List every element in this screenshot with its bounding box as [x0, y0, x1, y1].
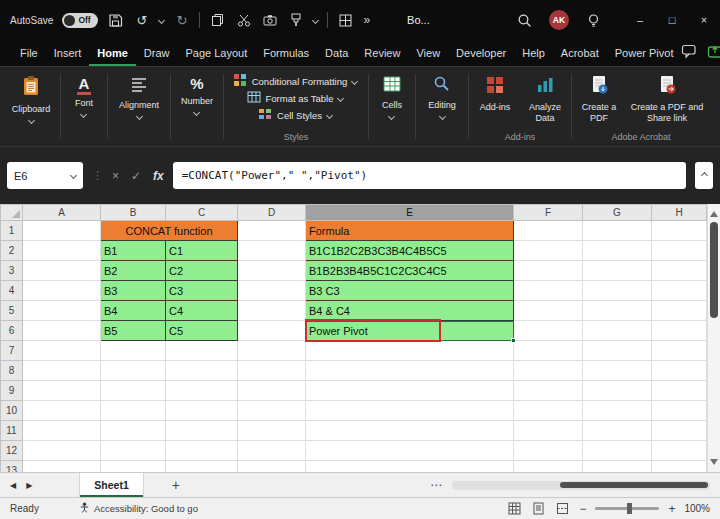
alignment-button[interactable]: Alignment — [119, 67, 159, 119]
column-header-H[interactable]: H — [652, 205, 707, 221]
cell[interactable] — [238, 421, 306, 441]
row-header-6[interactable]: 6 — [1, 321, 23, 341]
cell-H1[interactable] — [652, 221, 707, 241]
cell[interactable] — [514, 421, 583, 441]
save-icon[interactable] — [107, 12, 124, 29]
row-header-4[interactable]: 4 — [1, 281, 23, 301]
cell[interactable] — [514, 461, 583, 473]
cell[interactable] — [583, 401, 652, 421]
editing-button[interactable]: Editing — [428, 67, 456, 119]
minimize-button[interactable]: – — [624, 0, 656, 40]
tab-insert[interactable]: Insert — [46, 40, 90, 66]
cell[interactable] — [306, 441, 514, 461]
row-header-8[interactable]: 8 — [1, 361, 23, 381]
chevron-down-icon[interactable] — [312, 16, 319, 23]
cell[interactable] — [23, 361, 101, 381]
cell[interactable] — [238, 401, 306, 421]
cell[interactable] — [238, 341, 306, 361]
cell[interactable] — [514, 441, 583, 461]
select-all-button[interactable] — [1, 205, 23, 221]
cell-A5[interactable] — [23, 301, 101, 321]
create-pdf-share-button[interactable]: Create a PDF and Share link — [625, 67, 709, 124]
tab-acrobat[interactable]: Acrobat — [553, 40, 607, 66]
page-break-view-icon[interactable] — [555, 501, 570, 516]
cell[interactable] — [514, 341, 583, 361]
cell-B4[interactable]: B3 — [101, 281, 166, 301]
next-sheet-icon[interactable]: ▶ — [21, 481, 37, 490]
conditional-formatting-button[interactable]: Conditional Formatting — [229, 73, 364, 90]
tab-power-pivot[interactable]: Power Pivot — [607, 40, 682, 66]
cell-F4[interactable] — [514, 281, 583, 301]
cell[interactable] — [306, 361, 514, 381]
cell[interactable] — [101, 341, 166, 361]
number-button[interactable]: % Number — [181, 67, 213, 115]
cell[interactable] — [238, 381, 306, 401]
cell-H2[interactable] — [652, 241, 707, 261]
copy-icon[interactable] — [209, 12, 226, 29]
cell-C2[interactable]: C1 — [166, 241, 238, 261]
format-as-table-button[interactable]: Format as Table — [243, 90, 350, 107]
row-header-5[interactable]: 5 — [1, 301, 23, 321]
column-header-G[interactable]: G — [583, 205, 652, 221]
cell[interactable] — [101, 401, 166, 421]
cell[interactable] — [23, 421, 101, 441]
cell-D2[interactable] — [238, 241, 306, 261]
cell-D6[interactable] — [238, 321, 306, 341]
format-painter-icon[interactable] — [287, 12, 304, 29]
cell-E1[interactable]: Formula — [306, 221, 514, 241]
cell[interactable] — [238, 461, 306, 473]
vertical-scrollbar[interactable] — [707, 204, 720, 472]
cell[interactable] — [583, 361, 652, 381]
clipboard-button[interactable]: Clipboard — [12, 67, 51, 123]
cell-G2[interactable] — [583, 241, 652, 261]
tab-draw[interactable]: Draw — [136, 40, 178, 66]
column-header-A[interactable]: A — [23, 205, 101, 221]
zoom-in-icon[interactable]: + — [668, 502, 675, 516]
cell[interactable] — [652, 441, 707, 461]
tab-data[interactable]: Data — [317, 40, 356, 66]
enter-icon[interactable]: ✓ — [131, 169, 141, 183]
insert-function-icon[interactable]: fx — [153, 169, 164, 183]
drag-handle-icon[interactable]: ⋮ — [92, 169, 103, 182]
cell[interactable] — [583, 341, 652, 361]
cell[interactable] — [583, 421, 652, 441]
zoom-out-icon[interactable]: − — [579, 502, 586, 516]
redo-icon[interactable]: ↻ — [173, 12, 190, 29]
cell[interactable] — [652, 401, 707, 421]
cell[interactable] — [652, 421, 707, 441]
cell[interactable] — [514, 401, 583, 421]
cell[interactable] — [306, 461, 514, 473]
font-button[interactable]: A Font — [75, 67, 93, 117]
cell[interactable] — [306, 421, 514, 441]
cell[interactable] — [101, 421, 166, 441]
row-header-1[interactable]: 1 — [1, 221, 23, 241]
cell[interactable] — [652, 381, 707, 401]
cell[interactable] — [101, 441, 166, 461]
cell[interactable] — [166, 381, 238, 401]
cell[interactable] — [306, 341, 514, 361]
row-header-2[interactable]: 2 — [1, 241, 23, 261]
scroll-up-icon[interactable] — [710, 207, 718, 217]
zoom-slider-thumb[interactable] — [627, 503, 632, 514]
cell-A3[interactable] — [23, 261, 101, 281]
horizontal-scroll-thumb[interactable] — [560, 482, 708, 488]
cell-F3[interactable] — [514, 261, 583, 281]
cell-F5[interactable] — [514, 301, 583, 321]
tab-review[interactable]: Review — [356, 40, 408, 66]
formula-bar-collapse-button[interactable] — [695, 162, 713, 189]
cell-C4[interactable]: C3 — [166, 281, 238, 301]
cell[interactable] — [23, 381, 101, 401]
undo-icon[interactable]: ↺ — [133, 12, 150, 29]
cell-G6[interactable] — [583, 321, 652, 341]
cell-E2[interactable]: B1C1B2C2B3C3B4C4B5C5 — [306, 241, 514, 261]
row-header-7[interactable]: 7 — [1, 341, 23, 361]
row-header-12[interactable]: 12 — [1, 441, 23, 461]
cell-F1[interactable] — [514, 221, 583, 241]
cell-A6[interactable] — [23, 321, 101, 341]
tab-page-layout[interactable]: Page Layout — [177, 40, 255, 66]
cells-button[interactable]: Cells — [382, 67, 402, 119]
qat-overflow-icon[interactable]: » — [363, 13, 370, 27]
cell-H6[interactable] — [652, 321, 707, 341]
cell-E4[interactable]: B3 C3 — [306, 281, 514, 301]
cell[interactable] — [23, 461, 101, 473]
